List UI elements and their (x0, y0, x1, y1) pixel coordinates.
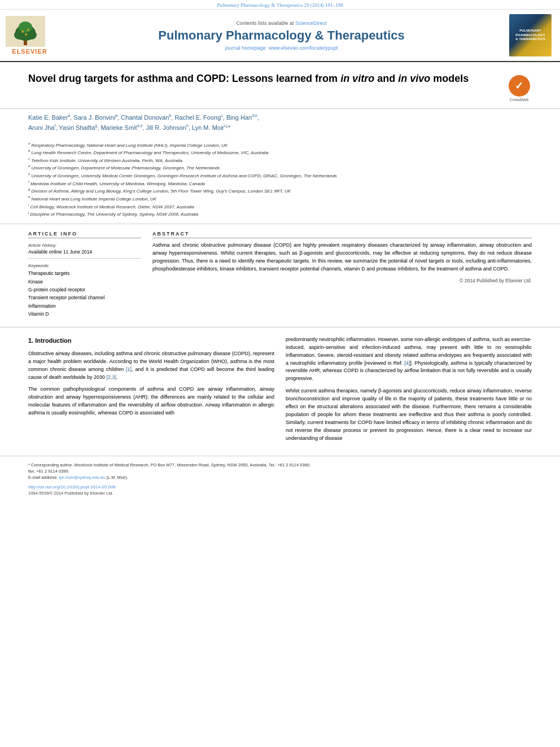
authors-list: Katie E. Bakera, Sara J. Bonvinia, Chant… (28, 112, 532, 133)
keyword-6: Vitamin D (28, 310, 141, 318)
abstract-column: ABSTRACT Asthma and chronic obstructive … (152, 231, 532, 318)
crossmark-label: CrossMark (510, 98, 529, 102)
journal-center: Contents lists available at ScienceDirec… (59, 20, 504, 51)
affiliation-e: e University of Groningen, University Me… (28, 172, 532, 180)
svg-point-7 (27, 29, 29, 31)
body-section: 1. Introduction Obstructive airway disea… (0, 327, 560, 447)
abstract-heading: ABSTRACT (152, 231, 532, 238)
issn-line: 1094-5539/© 2014 Published by Elsevier L… (28, 491, 532, 496)
article-title-section: Novel drug targets for asthma and COPD: … (0, 62, 560, 109)
doi-line[interactable]: http://dx.doi.org/10.1016/j.pupt.2014.05… (28, 484, 532, 490)
info-divider (28, 258, 141, 259)
abstract-text: Asthma and chronic obstructive pulmonary… (152, 242, 532, 273)
affiliation-a: a Respiratory Pharmacology, National Hea… (28, 141, 532, 149)
footer-section: * Corresponding author. Woolcock Institu… (0, 456, 560, 499)
article-title-text: Novel drug targets for asthma and COPD: … (28, 72, 501, 91)
sciencedirect-line: Contents lists available at ScienceDirec… (59, 20, 504, 26)
svg-point-8 (25, 33, 27, 36)
journal-logo-box: PULMONARYPHARMACOLOGY& THERAPEUTICS (509, 14, 552, 56)
ref-2-3: [2,3] (107, 374, 117, 380)
available-online: Available online 11 June 2014 (28, 249, 141, 255)
journal-citation-text: Pulmonary Pharmacology & Therapeutics 29… (217, 2, 343, 8)
authors-section: Katie E. Bakera, Sara J. Bonvinia, Chant… (0, 109, 560, 139)
elsevier-tree-svg (6, 16, 45, 47)
journal-homepage: journal homepage: www.elsevier.com/locat… (59, 45, 504, 51)
article-info-column: ARTICLE INFO Article history: Available … (28, 231, 141, 318)
keyword-4: Transient receptor potential channel (28, 294, 141, 302)
journal-title: Pulmonary Pharmacology & Therapeutics (59, 28, 504, 43)
keyword-2: Kinase (28, 278, 141, 286)
affiliation-c: c Telethon Kids Institute, University of… (28, 156, 532, 164)
keywords-label: Keywords: (28, 263, 141, 268)
ref-4: [4] (404, 360, 410, 366)
elsevier-brand-text: ELSEVIER (6, 48, 54, 55)
journal-logo-text: PULMONARYPHARMACOLOGY& THERAPEUTICS (515, 29, 545, 42)
affiliations-section: a Respiratory Pharmacology, National Hea… (0, 139, 560, 225)
right-para-2: Whilst current asthma therapies, namely … (286, 387, 532, 443)
keyword-1: Therapeutic targets (28, 269, 141, 277)
article-info-heading: ARTICLE INFO (28, 231, 141, 238)
crossmark-section: ✓ CrossMark (506, 72, 532, 102)
affiliation-h: h National Heart and Lung Institute Impe… (28, 195, 532, 203)
keyword-3: G-protein coupled receptor (28, 286, 141, 294)
copyright-line: © 2014 Published by Elsevier Ltd. (152, 278, 532, 283)
journal-homepage-url[interactable]: www.elsevier.com/locate/ypupt (269, 45, 338, 51)
body-left-column: 1. Introduction Obstructive airway disea… (28, 336, 274, 447)
affiliation-b: b Lung Health Research Centre, Departmen… (28, 148, 532, 156)
ref-1: [1] (126, 366, 132, 372)
sciencedirect-link[interactable]: ScienceDirect (295, 20, 327, 26)
right-para-1: predominantly neutrophilic inflammation.… (286, 336, 532, 383)
svg-point-5 (19, 21, 32, 33)
elsevier-logo: ELSEVIER (6, 16, 54, 55)
body-right-column: predominantly neutrophilic inflammation.… (286, 336, 532, 447)
email-link[interactable]: lyn.moir@sydney.edu.au (59, 475, 105, 480)
footnote-star: * Corresponding author. Woolcock Institu… (28, 462, 532, 468)
journal-logo-right: PULMONARYPHARMACOLOGY& THERAPEUTICS (509, 14, 554, 56)
footnote-fax: fax: +61 2 9114 0399. (28, 468, 532, 474)
keyword-5: Inflammation (28, 302, 141, 310)
affiliation-g: g Division of Asthma, Allergy and Lung B… (28, 187, 532, 195)
affiliation-i: i Cell Biology, Woolcock Institute of Me… (28, 203, 532, 211)
footnote-email: E-mail address: lyn.moir@sydney.edu.au (… (28, 474, 532, 480)
svg-point-6 (21, 30, 24, 33)
journal-citation-bar: Pulmonary Pharmacology & Therapeutics 29… (0, 0, 560, 10)
keywords-list: Therapeutic targets Kinase G-protein cou… (28, 269, 141, 318)
affiliation-f: f Manitoba Institute of Child Health, Un… (28, 180, 532, 187)
affiliation-d: d University of Groningen, Department of… (28, 164, 532, 172)
intro-para-1: Obstructive airway diseases, including a… (28, 350, 274, 382)
crossmark-icon[interactable]: ✓ (509, 75, 530, 97)
elsevier-tree-image (6, 16, 45, 47)
affiliation-j: j Discipline of Pharmacology, The Univer… (28, 210, 532, 218)
intro-heading: 1. Introduction (28, 336, 274, 346)
article-info-abstract-section: ARTICLE INFO Article history: Available … (0, 224, 560, 327)
journal-header: ELSEVIER Contents lists available at Sci… (0, 10, 560, 62)
intro-para-2: The common pathophysiological components… (28, 386, 274, 417)
article-title: Novel drug targets for asthma and COPD: … (28, 72, 501, 85)
article-history-label: Article history: (28, 243, 141, 248)
